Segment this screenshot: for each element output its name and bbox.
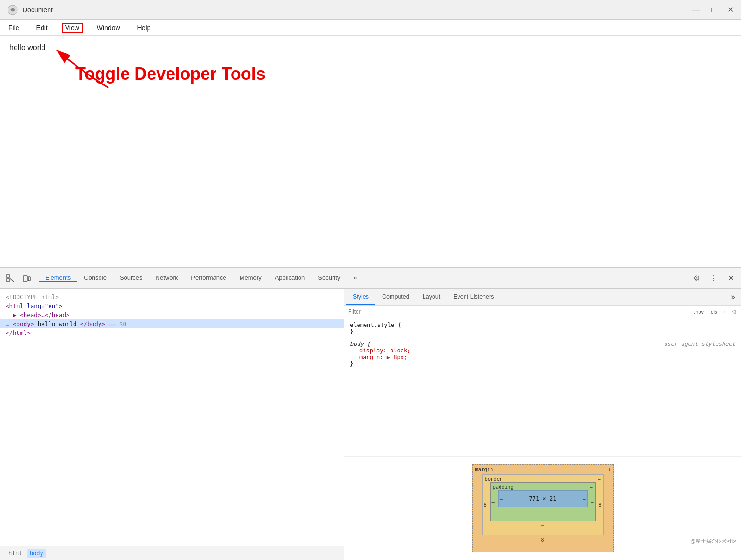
menu-help[interactable]: Help [134,23,154,33]
device-toolbar-icon[interactable] [20,272,33,285]
styles-filter-input[interactable] [348,309,688,315]
elements-panel: <!DOCTYPE html> <html lang="en"> ▶ <head… [0,289,344,560]
html-body[interactable]: … <body> hello world </body> == $0 [0,319,344,328]
devtools-icon-group [4,272,33,285]
margin-bottom-value: 8 [482,537,604,543]
margin-right: 8 [599,502,601,508]
border-label: border [485,476,503,482]
styles-panel: Styles Computed Layout Event Listeners »… [344,289,741,560]
menu-edit[interactable]: Edit [33,23,50,33]
settings-icon[interactable]: ⚙ [690,272,703,285]
margin-value: 8 [607,467,610,472]
box-model-content: 771 × 21 [498,490,588,507]
styles-tab-layout[interactable]: Layout [416,289,447,305]
filter-actions: :hov .cls + ◁ [692,308,737,316]
filter-sidebar-button[interactable]: ◁ [730,308,737,316]
margin-left: 8 [484,502,487,508]
filter-cls-button[interactable]: .cls [708,308,719,316]
elements-breadcrumb: html body [0,546,344,560]
box-model-container: margin 8 8 8 border – – – [344,456,741,560]
border-dash: – [598,476,600,482]
window-controls: — □ ✕ [692,5,733,14]
breadcrumb-html[interactable]: html [6,549,25,558]
tab-console[interactable]: Console [77,274,113,282]
tab-more[interactable]: » [347,274,363,282]
html-doctype[interactable]: <!DOCTYPE html> [0,293,344,301]
close-button[interactable]: ✕ [727,5,733,14]
maximize-button[interactable]: □ [711,5,716,14]
menu-bar: File Edit View Window Help [0,20,741,36]
styles-tab-computed[interactable]: Computed [375,289,416,305]
menu-window[interactable]: Window [94,23,123,33]
tab-security[interactable]: Security [311,274,347,282]
styles-filter-bar: :hov .cls + ◁ [344,306,741,318]
margin-label: margin [475,467,493,472]
filter-add-button[interactable]: + [721,308,728,316]
html-closing[interactable]: </html> [0,328,344,337]
breadcrumb-body[interactable]: body [27,549,46,558]
devtools-panel: Elements Console Sources Network Perform… [0,267,741,560]
tab-network[interactable]: Network [149,274,185,282]
box-model-margin: margin 8 8 8 border – – – [472,464,614,552]
content-size: 771 × 21 [529,495,557,502]
tab-performance[interactable]: Performance [184,274,233,282]
padding-left: – [500,496,503,501]
tab-application[interactable]: Application [268,274,312,282]
title-bar: Document — □ ✕ [0,0,741,20]
window-title: Document [23,6,53,14]
box-model-border: border – – – padding – – [482,474,604,535]
padding-label: padding [493,484,514,490]
box-model-padding: padding – – – 771 × 21 [490,482,596,521]
watermark: @稀土掘金技术社区 [691,538,737,545]
svg-rect-2 [7,275,9,277]
styles-tab-event-listeners[interactable]: Event Listeners [447,289,500,305]
border-right: – [591,499,593,505]
border-left: – [492,499,495,505]
padding-bottom: – [498,508,588,513]
devtools-toolbar: Elements Console Sources Network Perform… [0,268,741,289]
annotation-container: Toggle Developer Tools [38,50,266,84]
elements-content: <!DOCTYPE html> <html lang="en"> ▶ <head… [0,289,344,546]
styles-content: element.style { } body { user agent styl… [344,318,741,456]
styles-tabs: Styles Computed Layout Event Listeners » [344,289,741,306]
html-root[interactable]: <html lang="en"> [0,301,344,310]
close-devtools-icon[interactable]: ✕ [724,272,737,285]
border-bottom: – [490,522,596,527]
arrow-annotation [47,45,123,92]
document-area: hello world Toggle Developer Tools [0,36,741,196]
padding-right: – [583,496,585,501]
devtools-tabs: Elements Console Sources Network Perform… [39,274,690,282]
svg-rect-4 [23,276,27,281]
app-icon [8,5,18,15]
minimize-button[interactable]: — [692,5,700,14]
styles-tab-styles[interactable]: Styles [346,289,375,305]
svg-rect-5 [28,277,30,281]
box-model: margin 8 8 8 border – – – [472,464,614,552]
devtools-body: <!DOCTYPE html> <html lang="en"> ▶ <head… [0,289,741,560]
menu-view[interactable]: View [62,23,83,33]
html-head[interactable]: ▶ <head>…</head> [0,310,344,319]
more-options-icon[interactable]: ⋮ [707,272,720,285]
filter-hov-button[interactable]: :hov [692,308,706,316]
tab-memory[interactable]: Memory [233,274,268,282]
style-body-rule: body { user agent stylesheet display: bl… [350,341,735,367]
inspect-element-icon[interactable] [4,272,17,285]
tab-sources[interactable]: Sources [113,274,149,282]
devtools-actions: ⚙ ⋮ ✕ [690,272,737,285]
style-element-style: element.style { } [350,322,735,335]
padding-dash: – [590,484,592,490]
styles-tabs-more[interactable]: » [727,292,739,302]
tab-elements[interactable]: Elements [39,274,77,282]
menu-file[interactable]: File [6,23,22,33]
svg-rect-3 [7,279,9,282]
